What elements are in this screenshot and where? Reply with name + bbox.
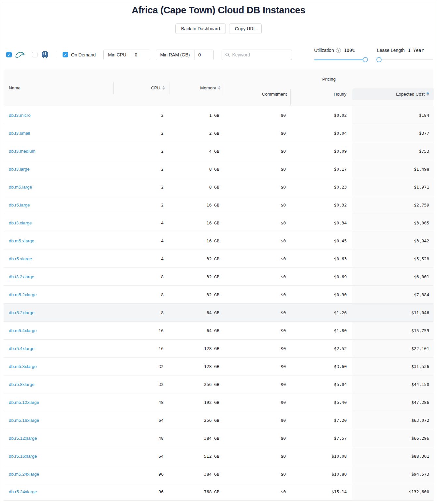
table-row[interactable]: db.r5.24xlarge 96 768 GB $0 $15.14 $132,… bbox=[4, 483, 433, 501]
lease-length-label: Lease Length bbox=[377, 48, 405, 53]
mysql-filter bbox=[6, 51, 25, 58]
hourly-cell: $0.02 bbox=[291, 106, 352, 124]
instance-name-link[interactable]: db.m5.xlarge bbox=[9, 238, 34, 243]
min-ram-input[interactable] bbox=[195, 50, 213, 60]
on-demand-checkbox[interactable] bbox=[63, 52, 68, 57]
table-row[interactable]: db.t3.2xlarge 8 32 GB $0 $0.69 $6,001 bbox=[4, 267, 433, 285]
table-row[interactable]: db.r5.16xlarge 64 512 GB $0 $10.08 $88,3… bbox=[4, 447, 433, 465]
instance-name-link[interactable]: db.m5.24xlarge bbox=[9, 472, 39, 477]
memory-cell: 16 GB bbox=[169, 232, 224, 250]
table-row[interactable]: db.t3.small 2 2 GB $0 $0.04 $377 bbox=[4, 124, 433, 142]
hourly-cell: $10.80 bbox=[291, 465, 352, 483]
instance-name-link[interactable]: db.m5.2xlarge bbox=[9, 292, 37, 297]
table-row[interactable]: db.r5.xlarge 4 32 GB $0 $0.63 $5,528 bbox=[4, 250, 433, 267]
copy-url-button[interactable]: Copy URL bbox=[229, 23, 262, 34]
instance-name-link[interactable]: db.t3.medium bbox=[9, 149, 36, 154]
instance-name-link[interactable]: db.r5.12xlarge bbox=[9, 436, 37, 441]
instance-name-link[interactable]: db.m5.8xlarge bbox=[9, 364, 37, 369]
toolbar-divider bbox=[56, 51, 56, 58]
table-row[interactable]: db.m5.large 2 8 GB $0 $0.23 $1,971 bbox=[4, 178, 433, 196]
commitment-cell: $0 bbox=[224, 124, 291, 142]
memory-cell: 32 GB bbox=[169, 268, 224, 285]
cpu-cell: 32 bbox=[113, 358, 169, 375]
table-row[interactable]: db.m5.8xlarge 32 128 GB $0 $3.60 $31,536 bbox=[4, 357, 433, 375]
commitment-cell: $0 bbox=[224, 286, 291, 303]
name-cell: db.r5.large bbox=[4, 196, 113, 214]
cpu-cell: 16 bbox=[113, 322, 169, 339]
pricing-group-header: Pricing bbox=[224, 69, 434, 88]
lease-slider-handle[interactable] bbox=[376, 57, 382, 62]
instance-name-link[interactable]: db.r5.large bbox=[9, 203, 30, 207]
table-row[interactable]: db.t3.xlarge 4 16 GB $0 $0.34 $3,005 bbox=[4, 214, 433, 232]
column-header-expected-cost[interactable]: Expected Cost bbox=[352, 88, 434, 100]
instance-name-link[interactable]: db.t3.xlarge bbox=[9, 221, 32, 225]
on-demand-label: On Demand bbox=[71, 52, 95, 57]
instance-name-link[interactable]: db.m5.large bbox=[9, 185, 32, 190]
table-row[interactable]: db.m5.xlarge 4 16 GB $0 $0.45 $3,942 bbox=[4, 232, 433, 250]
instance-name-link[interactable]: db.r5.16xlarge bbox=[9, 454, 37, 459]
table-row[interactable]: db.m5.12xlarge 48 192 GB $0 $5.40 $47,28… bbox=[4, 393, 433, 411]
memory-cell: 32 GB bbox=[169, 250, 224, 267]
table-row[interactable]: db.t3.large 2 8 GB $0 $0.17 $1,498 bbox=[4, 160, 433, 178]
instance-name-link[interactable]: db.r5.4xlarge bbox=[9, 346, 35, 351]
instance-name-link[interactable]: db.r5.xlarge bbox=[9, 256, 32, 261]
instance-name-link[interactable]: db.m5.4xlarge bbox=[9, 328, 37, 333]
memory-cell: 64 GB bbox=[169, 322, 224, 339]
commitment-cell: $0 bbox=[224, 196, 291, 214]
utilization-slider[interactable] bbox=[314, 57, 367, 62]
instance-name-link[interactable]: db.m5.12xlarge bbox=[9, 400, 39, 405]
cpu-cell: 2 bbox=[113, 178, 169, 196]
cpu-cell: 4 bbox=[113, 250, 169, 267]
table-row[interactable]: db.m5.4xlarge 16 64 GB $0 $1.80 $15,759 bbox=[4, 321, 433, 339]
utilization-label: Utilization bbox=[314, 48, 334, 53]
instance-name-link[interactable]: db.r5.24xlarge bbox=[9, 489, 37, 494]
commitment-cell: $0 bbox=[224, 447, 291, 465]
memory-cell: 2 GB bbox=[169, 124, 224, 142]
table-row[interactable]: db.r5.12xlarge 48 384 GB $0 $7.57 $66,29… bbox=[4, 429, 433, 447]
table-row[interactable]: db.r5.4xlarge 16 128 GB $0 $2.52 $22,101 bbox=[4, 339, 433, 357]
table-row[interactable]: db.m5.2xlarge 8 32 GB $0 $0.90 $7,884 bbox=[4, 285, 433, 303]
table-row[interactable]: db.t3.micro 2 1 GB $0 $0.02 $184 bbox=[4, 106, 433, 124]
hourly-cell: $0.45 bbox=[291, 232, 352, 250]
postgres-checkbox[interactable] bbox=[32, 52, 37, 57]
table-row[interactable]: db.t3.medium 2 4 GB $0 $0.09 $753 bbox=[4, 142, 433, 160]
keyword-input[interactable] bbox=[232, 52, 291, 57]
column-header-memory[interactable]: Memory bbox=[169, 69, 224, 106]
lease-length-slider[interactable] bbox=[377, 57, 433, 62]
memory-cell: 64 GB bbox=[169, 304, 224, 321]
instance-name-link[interactable]: db.t3.2xlarge bbox=[9, 274, 34, 279]
column-header-cpu[interactable]: CPU bbox=[113, 69, 169, 106]
table-row[interactable]: db.m5.16xlarge 64 256 GB $0 $7.20 $63,07… bbox=[4, 411, 433, 429]
min-cpu-input[interactable] bbox=[131, 50, 150, 60]
mysql-checkbox[interactable] bbox=[6, 52, 12, 57]
utilization-slider-handle[interactable] bbox=[363, 57, 368, 62]
expected-cost-cell: $5,528 bbox=[352, 250, 434, 267]
hourly-cell: $2.52 bbox=[291, 340, 352, 357]
cpu-cell: 2 bbox=[113, 160, 169, 178]
name-cell: db.t3.2xlarge bbox=[4, 268, 113, 285]
instance-name-link[interactable]: db.t3.micro bbox=[9, 113, 31, 118]
instance-name-link[interactable]: db.t3.large bbox=[9, 167, 30, 172]
back-to-dashboard-button[interactable]: Back to Dashboard bbox=[175, 23, 226, 34]
help-icon[interactable]: ? bbox=[336, 48, 341, 53]
cpu-cell: 2 bbox=[113, 124, 169, 142]
utilization-value: 100% bbox=[344, 48, 355, 53]
instance-name-link[interactable]: db.m5.16xlarge bbox=[9, 418, 39, 423]
table-row[interactable]: db.r5.large 2 16 GB $0 $0.32 $2,759 bbox=[4, 196, 433, 214]
instance-name-link[interactable]: db.r5.2xlarge bbox=[9, 310, 35, 315]
hourly-cell: $0.69 bbox=[291, 268, 352, 285]
memory-cell: 384 GB bbox=[169, 465, 224, 483]
memory-cell: 16 GB bbox=[169, 214, 224, 232]
table-row[interactable]: db.r5.2xlarge 8 64 GB $0 $1.26 $11,046 bbox=[4, 303, 433, 321]
commitment-cell: $0 bbox=[224, 232, 291, 250]
instance-name-link[interactable]: db.r5.8xlarge bbox=[9, 382, 35, 387]
mysql-dolphin-icon bbox=[15, 51, 25, 58]
expected-cost-cell: $11,046 bbox=[352, 304, 434, 321]
table-row[interactable]: db.r5.8xlarge 32 256 GB $0 $5.04 $44,150 bbox=[4, 375, 433, 393]
cpu-cell: 64 bbox=[113, 447, 169, 465]
hourly-cell: $1.26 bbox=[291, 304, 352, 321]
table-row[interactable]: db.m5.24xlarge 96 384 GB $0 $10.80 $94,5… bbox=[4, 465, 433, 483]
memory-cell: 1 GB bbox=[169, 106, 224, 124]
instance-name-link[interactable]: db.t3.small bbox=[9, 131, 30, 136]
hourly-cell: $5.04 bbox=[291, 375, 352, 393]
